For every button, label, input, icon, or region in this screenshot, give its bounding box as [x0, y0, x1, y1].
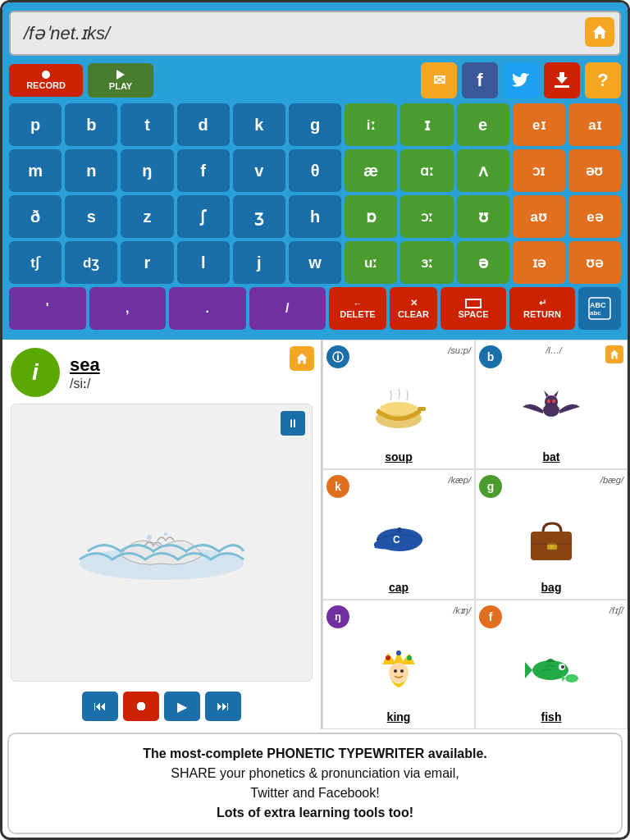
svg-point-18: [545, 395, 558, 409]
key-ei[interactable]: eɪ: [513, 103, 565, 146]
key-er[interactable]: ɜː: [400, 241, 453, 284]
svg-text:C: C: [393, 534, 400, 546]
key-sh[interactable]: ʃ: [177, 195, 230, 238]
key-row-2: m n ŋ f v θ æ ɑː ʌ ɔɪ əʊ: [9, 149, 621, 192]
svg-point-36: [400, 669, 404, 673]
home-button-left[interactable]: [290, 346, 314, 371]
key-ea[interactable]: eə: [568, 195, 621, 238]
key-o-long[interactable]: ɔː: [400, 195, 453, 238]
image-bat: [518, 380, 584, 437]
key-ou[interactable]: əʊ: [568, 149, 621, 192]
facebook-button[interactable]: f: [462, 62, 498, 98]
image-cap: C: [366, 509, 431, 567]
key-v[interactable]: v: [233, 149, 285, 192]
key-z[interactable]: z: [121, 195, 173, 238]
vocab-card-king[interactable]: ŋ /kɪŋ/: [322, 600, 475, 729]
key-slash[interactable]: /: [249, 287, 326, 330]
key-ua[interactable]: ʊə: [568, 241, 621, 284]
key-f[interactable]: f: [177, 149, 230, 192]
key-ai[interactable]: aɪ: [568, 103, 621, 146]
key-apostrophe[interactable]: ': [9, 287, 86, 330]
svg-marker-20: [554, 390, 559, 397]
key-p[interactable]: p: [9, 103, 62, 146]
key-ch[interactable]: tʃ: [9, 241, 62, 284]
clear-button[interactable]: ✕ CLEAR: [390, 287, 437, 330]
key-w[interactable]: w: [289, 241, 341, 284]
key-ii[interactable]: iː: [345, 103, 397, 146]
record-small-button[interactable]: ⏺: [123, 692, 159, 721]
return-button[interactable]: ↵ RETURN: [509, 287, 575, 330]
key-s[interactable]: s: [65, 195, 117, 238]
key-theta[interactable]: θ: [289, 149, 341, 192]
key-oi[interactable]: ɔɪ: [513, 149, 565, 192]
key-ng[interactable]: ŋ: [121, 149, 173, 192]
key-I[interactable]: ɪ: [400, 103, 453, 146]
svg-point-40: [561, 665, 564, 669]
key-u-long[interactable]: uː: [345, 241, 397, 284]
delete-button[interactable]: ← DELETE: [329, 287, 386, 330]
text-display: /fəˈnet.ɪks/: [9, 11, 621, 56]
word-bag: bag: [541, 581, 562, 594]
key-eth[interactable]: ð: [9, 195, 62, 238]
key-k[interactable]: k: [233, 103, 285, 146]
email-button[interactable]: ✉: [421, 62, 457, 98]
key-o[interactable]: ɒ: [345, 195, 397, 238]
key-e[interactable]: e: [457, 103, 509, 146]
key-comma[interactable]: ,: [89, 287, 167, 330]
download-button[interactable]: [544, 62, 580, 98]
key-n[interactable]: n: [65, 149, 117, 192]
svg-marker-6: [297, 354, 308, 364]
skip-forward-button[interactable]: ⏭: [205, 692, 241, 721]
svg-marker-38: [525, 662, 532, 678]
svg-point-14: [381, 402, 417, 415]
help-button[interactable]: ?: [585, 62, 621, 98]
key-d[interactable]: d: [177, 103, 230, 146]
skip-back-button[interactable]: ⏮: [82, 692, 118, 721]
image-soup: [366, 380, 431, 437]
home-button-top[interactable]: [585, 17, 614, 47]
vocab-card-soup[interactable]: /suːp/ soup: [322, 340, 475, 469]
image-fish: [518, 640, 584, 697]
key-j[interactable]: j: [233, 241, 285, 284]
key-g[interactable]: g: [289, 103, 341, 146]
vocab-card-fish[interactable]: f /fɪʃ/: [475, 600, 628, 729]
key-zh[interactable]: ʒ: [233, 195, 285, 238]
key-dz[interactable]: dʒ: [65, 241, 117, 284]
bottom-line3: Twitter and Facebook!: [250, 786, 379, 800]
key-schwa[interactable]: ə: [457, 241, 509, 284]
phonetic-bag: /bæg/: [600, 475, 623, 485]
key-l[interactable]: l: [177, 241, 230, 284]
vocab-card-bag[interactable]: g /bæg/ bag: [475, 469, 628, 599]
key-wedge[interactable]: ʌ: [457, 149, 509, 192]
key-a-long[interactable]: ɑː: [400, 149, 453, 192]
key-period[interactable]: .: [169, 287, 246, 330]
info-circle[interactable]: i: [11, 348, 60, 397]
badge-soup: [326, 345, 349, 368]
key-r[interactable]: r: [121, 241, 173, 284]
image-king: [366, 640, 431, 697]
pause-button[interactable]: ⏸: [281, 411, 305, 436]
key-au[interactable]: aʊ: [513, 195, 565, 238]
key-b[interactable]: b: [65, 103, 117, 146]
svg-point-31: [386, 655, 390, 660]
app-container: /fəˈnet.ɪks/ RECORD PLAY ✉ f: [0, 0, 630, 840]
vocab-card-cap[interactable]: k /kæp/ C cap: [322, 469, 475, 599]
play-small-button[interactable]: ▶: [164, 692, 200, 721]
key-h[interactable]: h: [289, 195, 341, 238]
word-phonetic: /siː/: [70, 376, 100, 391]
space-button[interactable]: SPACE: [441, 287, 506, 330]
svg-point-21: [547, 399, 550, 403]
key-upsilon[interactable]: ʊ: [457, 195, 509, 238]
svg-point-22: [552, 399, 555, 403]
word-cap: cap: [389, 581, 409, 594]
key-m[interactable]: m: [9, 149, 62, 192]
abc-button[interactable]: ABC abc: [578, 287, 621, 330]
key-ia[interactable]: ɪə: [513, 241, 565, 284]
record-button[interactable]: RECORD: [9, 64, 83, 97]
svg-point-35: [394, 669, 397, 673]
vocab-card-bat[interactable]: b /l…/: [475, 340, 628, 469]
key-ae[interactable]: æ: [345, 149, 397, 192]
play-button[interactable]: PLAY: [88, 63, 153, 98]
key-t[interactable]: t: [121, 103, 173, 146]
twitter-button[interactable]: [503, 62, 539, 98]
